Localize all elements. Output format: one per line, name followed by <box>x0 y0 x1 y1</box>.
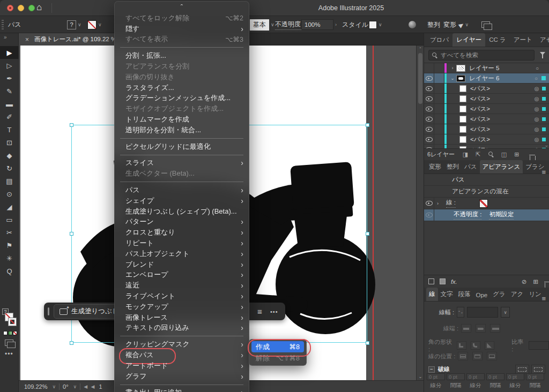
visibility-toggle[interactable] <box>424 104 434 114</box>
zoom-level[interactable]: 109.22% <box>24 383 47 390</box>
selection-handle-w[interactable] <box>70 232 73 236</box>
task-bar-menu-icon[interactable]: ≡ <box>257 307 262 316</box>
opacity-attribute-row[interactable]: 不透明度 : 初期設定 <box>424 209 549 221</box>
selection-handle-se[interactable] <box>366 341 369 345</box>
layer-name[interactable]: レイヤー 5 <box>469 64 533 72</box>
menu-item[interactable]: 画像トレース › <box>115 312 249 323</box>
dash-value-field[interactable]: 0 pt <box>427 373 445 380</box>
no-stroke-swatch[interactable] <box>479 199 488 208</box>
menu-item[interactable]: モックアップ › <box>115 301 249 312</box>
panel-tab[interactable]: 文字 <box>438 288 456 301</box>
target-icon[interactable]: ◎ <box>532 137 541 142</box>
menu-item[interactable]: ブレンド › <box>115 259 249 270</box>
round-cap-button[interactable] <box>476 324 486 333</box>
menu-scroll-up-icon[interactable]: ˆ <box>115 2 249 13</box>
pen-tool[interactable]: ✒ <box>0 72 19 85</box>
search-input[interactable] <box>441 52 521 58</box>
target-icon[interactable]: ○ <box>533 65 541 71</box>
menu-item[interactable]: エンベロープ › <box>115 270 249 281</box>
path-name[interactable]: <パス> <box>470 95 532 103</box>
submenu-item-release[interactable]: 解除 ⌥⇧⌘8 <box>251 352 304 364</box>
menu-item[interactable]: ライブペイント › <box>115 291 249 301</box>
panel-tab[interactable]: CC ラ <box>485 33 510 47</box>
eraser-tool[interactable]: ◆ <box>0 149 19 162</box>
panel-tab[interactable]: レイヤー <box>452 33 485 47</box>
menu-item[interactable]: すべてを表示 ⌥⌘3 › <box>115 34 249 45</box>
weight-dropdown-icon[interactable]: ∨ <box>501 307 510 318</box>
menu-item[interactable]: モザイクオブジェクトを作成... › <box>115 103 249 114</box>
paintbrush-tool[interactable]: ✐ <box>0 110 19 123</box>
menu-item[interactable]: アートボード › <box>115 360 249 371</box>
transform-button[interactable]: 変形 <box>443 16 456 33</box>
align-dash-button[interactable] <box>531 365 545 374</box>
visibility-toggle[interactable] <box>424 145 434 148</box>
visibility-toggle[interactable] <box>424 209 434 221</box>
menu-item[interactable]: テキストの回り込み › <box>115 323 249 334</box>
opacity-field[interactable]: › <box>301 16 337 33</box>
panel-tab[interactable]: グラ <box>490 288 508 301</box>
opacity-label[interactable]: 不透明度 : <box>454 210 481 220</box>
weight-field[interactable] <box>467 307 498 318</box>
menu-item[interactable]: トリムマークを作成 › <box>115 114 249 125</box>
selection-handle-ne[interactable] <box>366 123 369 127</box>
effects-icon[interactable]: fx. <box>451 278 457 285</box>
fill-color-control[interactable]: ? ∨ <box>67 16 81 33</box>
eyedropper-tool[interactable]: ◢ <box>0 200 19 213</box>
panel-tab[interactable]: Ope <box>473 289 491 301</box>
symbol-sprayer-tool[interactable]: ✳ <box>0 252 19 265</box>
dash-value-field[interactable]: 0 pt <box>526 373 544 380</box>
expand-icon[interactable]: › <box>437 201 439 206</box>
add-fill-icon[interactable] <box>440 278 446 284</box>
share-button[interactable] <box>409 16 416 33</box>
path-name[interactable]: <パス> <box>470 135 532 144</box>
lock-toggle[interactable] <box>434 145 444 148</box>
make-clip-mask-icon[interactable]: ◨ <box>459 151 472 158</box>
miter-join-button[interactable] <box>457 341 466 350</box>
menu-item[interactable]: 生成塗りつぶし (シェイプ) (Beta)... › <box>115 206 249 217</box>
panel-tab[interactable]: シン <box>547 160 549 174</box>
dash-value-field[interactable]: 0 pt <box>466 373 485 380</box>
menu-item[interactable]: 隠す › <box>115 24 249 34</box>
selection-handle-e[interactable] <box>366 232 369 236</box>
menu-item[interactable]: リピート › <box>115 238 249 248</box>
opacity-value[interactable]: 初期設定 <box>489 210 514 220</box>
home-icon[interactable]: ⌂ <box>36 2 42 13</box>
menu-item[interactable]: スライス › <box>115 158 249 169</box>
round-join-button[interactable] <box>471 341 480 350</box>
artboard-tool[interactable]: ▭ <box>0 213 19 226</box>
panel-tab[interactable]: パス <box>462 160 480 174</box>
panel-tab[interactable]: アート <box>510 33 536 47</box>
filter-icon[interactable] <box>540 52 545 55</box>
align-inside-button[interactable] <box>472 352 483 360</box>
curvature-tool[interactable]: ✎ <box>0 85 19 97</box>
menu-item[interactable]: 書き出し用に追加 › <box>115 388 249 392</box>
clear-appearance-icon[interactable]: ⊘ <box>522 278 527 285</box>
menu-item[interactable]: 生成ベクター (Beta)... › <box>115 168 249 179</box>
graph-tool[interactable]: ⚑ <box>0 239 19 252</box>
menu-item[interactable]: パターン › <box>115 217 249 228</box>
target-icon[interactable]: ◎ <box>532 96 541 102</box>
lock-toggle[interactable] <box>434 104 444 114</box>
rotate-tool[interactable]: ↻ <box>0 162 19 175</box>
new-layer-icon[interactable]: ⊞ <box>510 151 523 158</box>
menu-item[interactable]: ラスタライズ... › <box>115 82 249 93</box>
target-icon[interactable]: ◎ <box>532 86 541 92</box>
panel-tab[interactable]: アピアランス <box>480 160 523 174</box>
panel-tab[interactable]: アク <box>508 288 526 301</box>
panel-tab[interactable]: プロパ <box>426 33 452 47</box>
select-similar-control[interactable]: ▶ ∨ <box>459 16 469 33</box>
new-sublayer-icon[interactable]: ◫ <box>498 151 510 158</box>
path-name[interactable]: <パス> <box>470 115 532 123</box>
opacity-input[interactable] <box>301 19 333 30</box>
menu-item[interactable]: グラフ › <box>115 371 249 382</box>
rectangle-tool[interactable]: ▬ <box>0 97 19 110</box>
opacity-label[interactable]: 不透明度 : <box>275 16 305 33</box>
preserve-dash-button[interactable] <box>515 365 529 374</box>
color-mode-button[interactable] <box>3 331 8 335</box>
zoom-tool[interactable]: Q <box>0 265 19 277</box>
lock-toggle[interactable] <box>434 84 444 93</box>
panel-tab[interactable]: 整列 <box>444 160 462 174</box>
align-center-button[interactable] <box>458 352 468 360</box>
vertical-scrollbar[interactable]: ˆ ⌄ <box>416 46 424 380</box>
gradient-mode-button[interactable] <box>8 331 12 335</box>
